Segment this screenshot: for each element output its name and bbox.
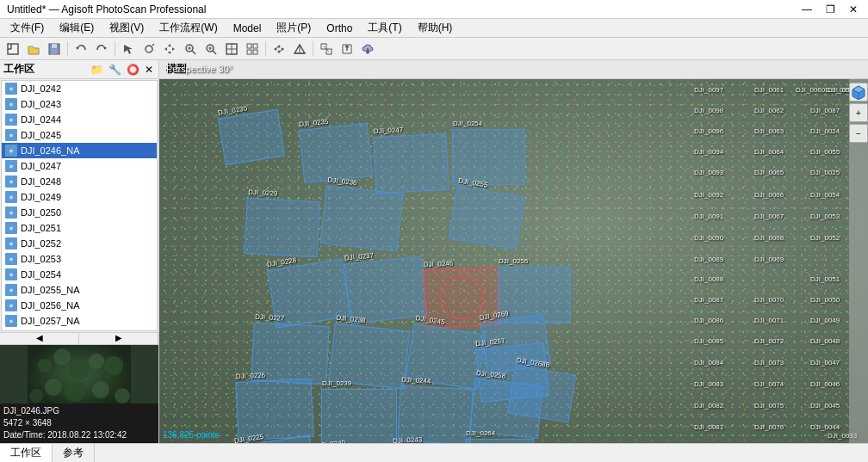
svg-point-103 <box>45 379 62 396</box>
zoom-fit-button[interactable] <box>181 40 200 59</box>
nav-cube-icon[interactable] <box>849 83 868 102</box>
workspace-item-16[interactable]: DJI_0258 <box>2 329 157 331</box>
workspace-item-4[interactable]: DJI_0246_NA <box>2 143 157 158</box>
svg-point-65 <box>9 212 13 215</box>
zoom-in-button[interactable] <box>202 40 220 59</box>
ws-close-icon[interactable]: ✕ <box>143 64 155 76</box>
camera-rect-DJI_0229[interactable]: DJI_0229 <box>244 198 319 257</box>
camera-rect-DJI_0244[interactable]: DJI_0244 <box>397 385 473 443</box>
export-button[interactable] <box>338 40 356 59</box>
right-edge-tools: + − <box>849 79 868 443</box>
maximize-button[interactable]: ❐ <box>822 3 839 15</box>
camera-icon-2 <box>5 114 17 126</box>
camera-rect-DJI_0264[interactable]: DJI_0264 <box>465 439 534 443</box>
workspace-item-10[interactable]: DJI_0252 <box>2 236 157 251</box>
menu-tools[interactable]: 工具(T) <box>361 19 408 37</box>
cam-rect-label-DJI_0256: DJI_0256 <box>499 257 528 265</box>
menu-photos[interactable]: 照片(P) <box>270 19 318 37</box>
svg-point-99 <box>53 348 71 366</box>
svg-point-26 <box>275 47 277 50</box>
workspace-item-7[interactable]: DJI_0249 <box>2 189 157 205</box>
ws-folder-icon[interactable]: 📁 <box>89 64 105 76</box>
menu-help[interactable]: 帮助(H) <box>411 19 460 37</box>
scroll-left-icon[interactable]: ◀ <box>0 333 79 344</box>
workspace-item-2[interactable]: DJI_0244 <box>2 112 157 127</box>
workspace-item-6[interactable]: DJI_0248 <box>2 174 157 189</box>
thumbnail-area: DJI_0246.JPG 5472 × 3648 Date/Time: 2018… <box>0 344 158 443</box>
workspace-item-label-15: DJI_0257_NA <box>21 316 80 326</box>
title-bar: Untitled* — Agisoft PhotoScan Profession… <box>0 0 868 19</box>
redo-button[interactable] <box>92 40 111 59</box>
svg-marker-6 <box>76 47 79 50</box>
save-button[interactable] <box>45 40 64 59</box>
select-button[interactable] <box>119 40 138 59</box>
ws-camera-icon[interactable]: ⭕ <box>125 64 141 76</box>
workspace-item-13[interactable]: DJI_0255_NA <box>2 282 157 298</box>
camera-rect-DJI_0235[interactable]: DJI_0235 <box>299 123 373 183</box>
svg-point-71 <box>9 243 13 246</box>
minimize-button[interactable]: — <box>798 3 815 15</box>
rotate-button[interactable] <box>140 40 158 59</box>
workspace-item-3[interactable]: DJI_0245 <box>2 127 157 143</box>
menu-ortho[interactable]: Ortho <box>319 21 359 36</box>
workspace-item-label-10: DJI_0252 <box>21 238 61 249</box>
ws-settings-icon[interactable]: 🔧 <box>107 64 123 76</box>
workspace-item-15[interactable]: DJI_0257_NA <box>2 313 157 329</box>
svg-marker-8 <box>124 45 133 54</box>
camera-icon-6 <box>5 176 17 188</box>
menu-edit[interactable]: 编辑(E) <box>53 19 101 37</box>
menu-workflow[interactable]: 工作流程(W) <box>152 19 224 37</box>
cam-rect-label-DJI_0239: DJI_0239 <box>322 379 351 387</box>
reset-view-button[interactable] <box>222 40 241 59</box>
mesh-button[interactable] <box>290 40 309 59</box>
scroll-right-icon[interactable]: ▶ <box>79 333 158 344</box>
camera-rect-DJI_0237[interactable]: DJI_0237 <box>344 256 428 323</box>
undo-button[interactable] <box>71 40 90 59</box>
tab-workspace[interactable]: 工作区 <box>0 444 53 462</box>
photo-align-button[interactable] <box>317 40 336 59</box>
camera-rect-DJI_0230[interactable]: DJI_0230 <box>218 109 285 165</box>
workspace-item-11[interactable]: DJI_0253 <box>2 251 157 267</box>
viewport[interactable]: 模型 Perspective 30° DJI_0230DJI_0235DJI_0… <box>159 60 868 443</box>
camera-rect-DJI_0268B[interactable]: DJI_0268B <box>507 366 576 423</box>
workspace-item-12[interactable]: DJI_0254 <box>2 267 157 282</box>
grid-button[interactable] <box>243 40 262 59</box>
camera-icon-1 <box>5 98 17 110</box>
svg-point-74 <box>9 258 13 262</box>
workspace-item-5[interactable]: DJI_0247 <box>2 158 157 174</box>
menu-file[interactable]: 文件(F) <box>3 19 51 37</box>
workspace-list[interactable]: DJI_0242DJI_0243DJI_0244DJI_0245DJI_0246… <box>1 80 158 331</box>
svg-point-77 <box>9 274 13 277</box>
camera-icon-0 <box>5 83 17 95</box>
camera-icon-10 <box>5 237 17 249</box>
svg-point-53 <box>9 150 13 153</box>
svg-rect-23 <box>253 44 257 48</box>
menu-view[interactable]: 视图(V) <box>102 19 151 37</box>
camera-rect-DJI_0239[interactable]: DJI_0239 <box>321 389 397 443</box>
camera-rect-DJI_0255[interactable]: DJI_0255 <box>449 186 525 249</box>
workspace-title: 工作区 <box>3 62 34 77</box>
thumbnail-datetime: Date/Time: 2018.08.22 13:02:42 <box>3 429 155 441</box>
workspace-item-8[interactable]: DJI_0250 <box>2 205 157 220</box>
open-button[interactable] <box>24 40 43 59</box>
camera-rect-DJI_0226[interactable]: DJI_0226 <box>235 379 313 441</box>
main-area: 工作区 📁 🔧 ⭕ ✕ DJI_0242DJI_0243DJI_0244DJI_… <box>0 60 868 443</box>
tab-reference[interactable]: 参考 <box>53 444 95 462</box>
menu-model[interactable]: Model <box>226 21 269 36</box>
close-button[interactable]: ✕ <box>846 3 861 15</box>
cam-rect-label-DJI_0228: DJI_0228 <box>266 256 296 268</box>
workspace-item-1[interactable]: DJI_0243 <box>2 96 157 112</box>
workspace-item-0[interactable]: DJI_0242 <box>2 81 157 96</box>
thumbnail-image <box>0 345 158 403</box>
workspace-item-9[interactable]: DJI_0251 <box>2 220 157 236</box>
camera-rect-DJI_0247[interactable]: DJI_0247 <box>373 133 449 194</box>
zoom-out-icon[interactable]: − <box>849 124 868 143</box>
workspace-item-14[interactable]: DJI_0256_NA <box>2 298 157 313</box>
new-button[interactable] <box>3 40 22 59</box>
camera-rect-DJI_0236[interactable]: DJI_0236 <box>320 185 404 251</box>
cam-rect-label-DJI_0237: DJI_0237 <box>344 251 374 262</box>
cloud-upload-button[interactable] <box>358 40 377 59</box>
zoom-in-icon[interactable]: + <box>849 103 868 122</box>
move-button[interactable] <box>160 40 179 59</box>
point-cloud-button[interactable] <box>270 40 288 59</box>
